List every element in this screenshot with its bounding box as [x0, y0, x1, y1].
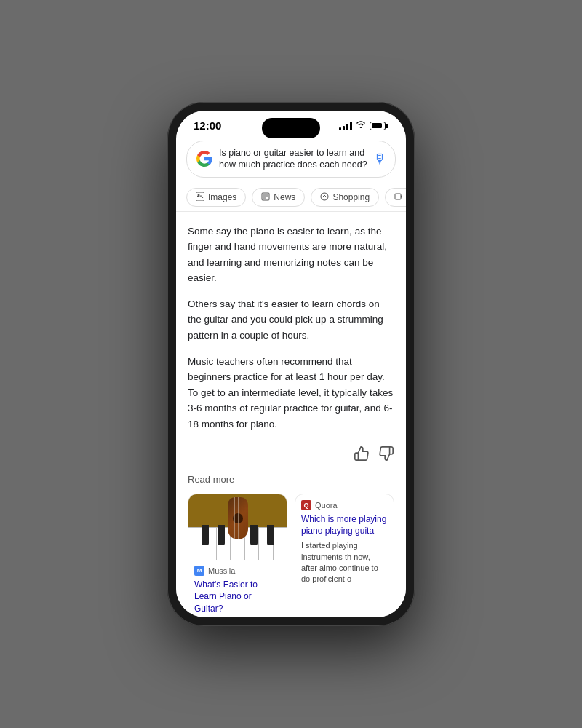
svg-rect-7 [395, 194, 401, 199]
wifi-icon [356, 120, 366, 131]
images-tab-label: Images [208, 192, 236, 202]
card-mussila[interactable]: M Mussila What's Easier to Learn Piano o… [188, 494, 287, 617]
read-more-link[interactable]: Read more [188, 471, 394, 494]
status-icons [339, 120, 388, 131]
battery-icon [370, 122, 388, 130]
ai-paragraph-2: Others say that it's easier to learn cho… [188, 296, 394, 344]
result-cards-row: M Mussila What's Easier to Learn Piano o… [188, 494, 394, 617]
search-container: Is piano or guitar easier to learn and h… [176, 135, 406, 183]
content-area: Some say the piano is easier to learn, a… [176, 212, 406, 618]
feedback-row [188, 443, 394, 471]
card-mussila-source: M Mussila [194, 566, 281, 576]
filter-tab-news[interactable]: News [252, 188, 305, 207]
svg-marker-8 [401, 195, 402, 198]
card-quora-content: Q Quora Which is more playing piano play… [295, 494, 394, 591]
thumbs-down-button[interactable] [378, 446, 394, 465]
shopping-tab-label: Shopping [332, 192, 370, 202]
quora-card-title: Which is more playing piano playing guit… [301, 513, 388, 538]
card-mussila-image [188, 494, 287, 560]
phone-screen: 12:00 [176, 111, 406, 617]
news-tab-icon [261, 192, 270, 202]
thumbs-up-button[interactable] [354, 446, 370, 465]
card-quora[interactable]: Q Quora Which is more playing piano play… [295, 494, 394, 617]
search-bar[interactable]: Is piano or guitar easier to learn and h… [186, 141, 396, 178]
quora-source-name: Quora [315, 501, 338, 510]
quora-card-snippet: I started playing instruments th now, af… [301, 540, 388, 585]
search-query-text: Is piano or guitar easier to learn and h… [219, 147, 367, 171]
ai-paragraph-3: Music teachers often recommend that begi… [188, 354, 394, 432]
filter-tabs: Images News Shopping Vide... [176, 183, 406, 212]
filter-tab-shopping[interactable]: Shopping [311, 188, 379, 207]
quora-favicon: Q [301, 500, 311, 510]
mussila-source-name: Mussila [208, 566, 235, 575]
google-logo [196, 150, 213, 167]
news-tab-label: News [274, 192, 295, 202]
images-tab-icon [196, 192, 204, 202]
dynamic-island [262, 118, 320, 138]
phone-device: 12:00 [167, 102, 415, 626]
status-time: 12:00 [194, 119, 221, 132]
videos-tab-icon [394, 192, 403, 202]
mussila-favicon: M [194, 566, 204, 576]
mussila-card-title: What's Easier to Learn Piano or Guitar? [194, 579, 281, 615]
ai-paragraph-1: Some say the piano is easier to learn, a… [188, 223, 394, 286]
filter-tab-videos[interactable]: Vide... [385, 188, 406, 207]
card-quora-source: Q Quora [301, 500, 388, 510]
svg-point-6 [321, 193, 328, 200]
card-mussila-content: M Mussila What's Easier to Learn Piano o… [188, 560, 287, 617]
filter-tab-images[interactable]: Images [186, 188, 246, 207]
signal-icon [339, 122, 352, 130]
mic-icon[interactable]: 🎙 [373, 151, 386, 167]
shopping-tab-icon [320, 192, 329, 202]
ai-answer-section: Some say the piano is easier to learn, a… [188, 223, 394, 432]
